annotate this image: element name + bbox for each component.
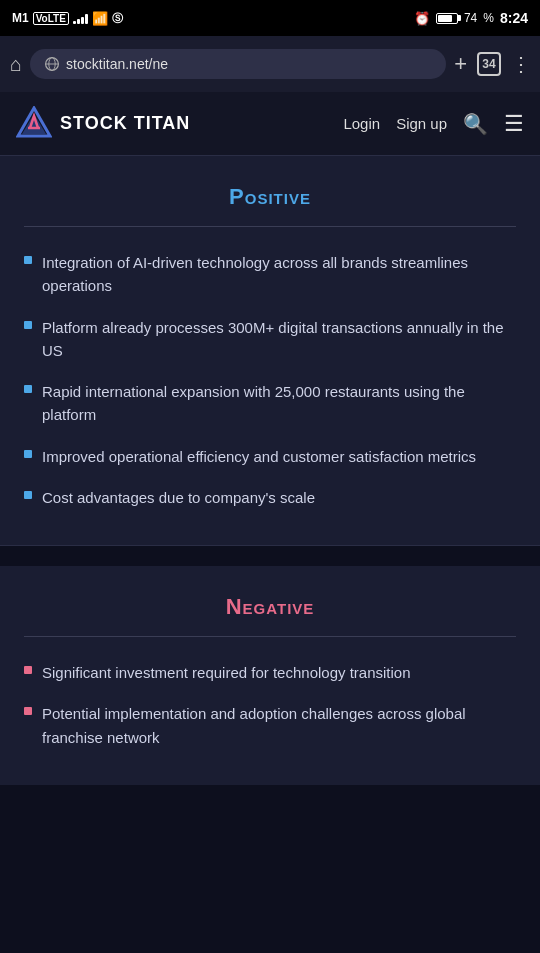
hamburger-menu-icon[interactable]: ☰ [504,111,524,137]
status-bar: M1 VoLTE 📶 Ⓢ ⏰ 74% 8:24 [0,0,540,36]
volte-label: VoLTE [33,12,69,25]
bullet-icon [24,491,32,499]
url-bar[interactable]: stocktitan.net/ne [30,49,446,79]
time-display: 8:24 [500,10,528,26]
carrier-label: M1 [12,11,29,25]
alarm-icon: ⏰ [414,11,430,26]
positive-divider [24,226,516,227]
status-right: ⏰ 74% 8:24 [414,10,528,26]
bullet-icon [24,707,32,715]
signup-link[interactable]: Sign up [396,115,447,132]
security-icon [44,56,60,72]
site-logo[interactable]: STOCK TITAN [16,106,190,142]
logo-icon [16,106,52,142]
carrier-info: M1 VoLTE 📶 Ⓢ [12,11,123,26]
extra-status-icon: Ⓢ [112,11,123,26]
negative-divider [24,636,516,637]
positive-title: Positive [24,184,516,210]
signal-icon [73,12,88,24]
bullet-icon [24,385,32,393]
bullet-icon [24,666,32,674]
battery-icon [436,13,458,24]
list-item: Significant investment required for tech… [24,661,516,684]
section-gap [0,546,540,566]
bullet-text: Integration of AI-driven technology acro… [42,251,516,298]
main-content: Positive Integration of AI-driven techno… [0,156,540,785]
negative-bullet-list: Significant investment required for tech… [24,661,516,749]
battery-percent: 74 [464,11,477,25]
list-item: Potential implementation and adoption ch… [24,702,516,749]
tabs-count-button[interactable]: 34 [477,52,501,76]
bullet-text: Cost advantages due to company's scale [42,486,315,509]
site-navbar: STOCK TITAN Login Sign up 🔍 ☰ [0,92,540,156]
bullet-icon [24,321,32,329]
wifi-icon: 📶 [92,11,108,26]
browser-actions: + 34 ⋮ [454,51,530,77]
home-button[interactable]: ⌂ [10,53,22,76]
bullet-text: Rapid international expansion with 25,00… [42,380,516,427]
list-item: Rapid international expansion with 25,00… [24,380,516,427]
list-item: Improved operational efficiency and cust… [24,445,516,468]
url-text: stocktitan.net/ne [66,56,432,72]
search-icon[interactable]: 🔍 [463,112,488,136]
site-title: STOCK TITAN [60,113,190,134]
list-item: Cost advantages due to company's scale [24,486,516,509]
list-item: Integration of AI-driven technology acro… [24,251,516,298]
bullet-text: Platform already processes 300M+ digital… [42,316,516,363]
negative-title: Negative [24,594,516,620]
positive-section: Positive Integration of AI-driven techno… [0,156,540,546]
positive-bullet-list: Integration of AI-driven technology acro… [24,251,516,509]
bullet-text: Potential implementation and adoption ch… [42,702,516,749]
bullet-icon [24,450,32,458]
list-item: Platform already processes 300M+ digital… [24,316,516,363]
bullet-icon [24,256,32,264]
negative-section: Negative Significant investment required… [0,566,540,785]
bullet-text: Improved operational efficiency and cust… [42,445,476,468]
new-tab-button[interactable]: + [454,51,467,77]
bullet-text: Significant investment required for tech… [42,661,411,684]
login-link[interactable]: Login [343,115,380,132]
browser-menu-button[interactable]: ⋮ [511,52,530,76]
browser-chrome: ⌂ stocktitan.net/ne + 34 ⋮ [0,36,540,92]
nav-links: Login Sign up 🔍 ☰ [343,111,524,137]
